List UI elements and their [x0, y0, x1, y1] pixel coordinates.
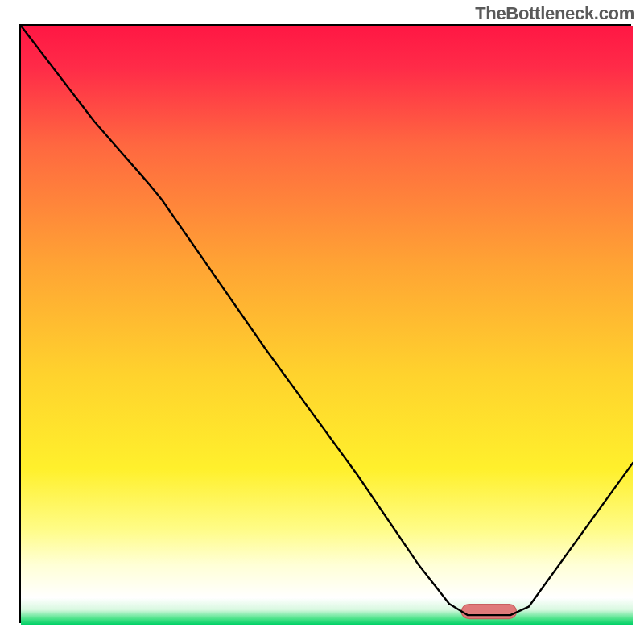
chart-plot-area	[19, 24, 631, 623]
chart-background	[21, 26, 633, 625]
watermark-text: TheBottleneck.com	[475, 3, 634, 24]
trough-marker	[461, 605, 516, 619]
chart-svg	[21, 26, 633, 625]
